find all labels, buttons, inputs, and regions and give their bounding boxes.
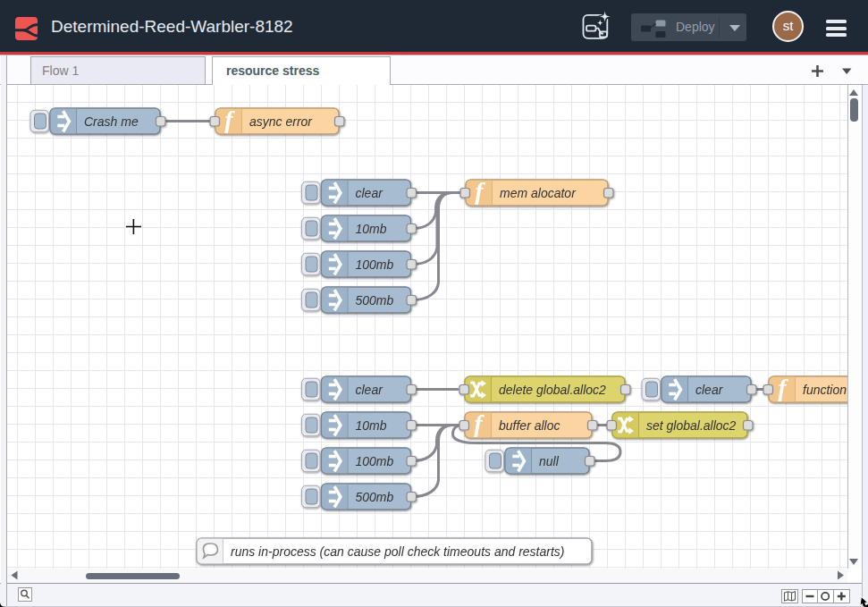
svg-text:100mb: 100mb xyxy=(356,257,394,272)
svg-text:10mb: 10mb xyxy=(356,418,387,433)
svg-text:runs in-process (can cause pol: runs in-process (can cause poll check ti… xyxy=(231,544,565,559)
svg-text:500mb: 500mb xyxy=(356,293,394,308)
svg-text:delete global.alloc2: delete global.alloc2 xyxy=(499,383,606,397)
svg-text:clear: clear xyxy=(695,383,724,397)
svg-text:clear: clear xyxy=(356,186,384,200)
svg-text:function: function xyxy=(803,383,847,397)
svg-text:buffer alloc: buffer alloc xyxy=(499,418,560,433)
svg-text:null: null xyxy=(539,454,560,468)
svg-text:Crash me: Crash me xyxy=(84,114,139,129)
svg-text:500mb: 500mb xyxy=(356,490,394,504)
svg-text:100mb: 100mb xyxy=(356,454,394,468)
svg-text:set global.alloc2: set global.alloc2 xyxy=(646,418,737,433)
svg-text:10mb: 10mb xyxy=(356,222,387,236)
svg-text:mem alocator: mem alocator xyxy=(500,186,577,200)
svg-text:clear: clear xyxy=(356,383,384,397)
svg-text:async error: async error xyxy=(249,114,313,129)
